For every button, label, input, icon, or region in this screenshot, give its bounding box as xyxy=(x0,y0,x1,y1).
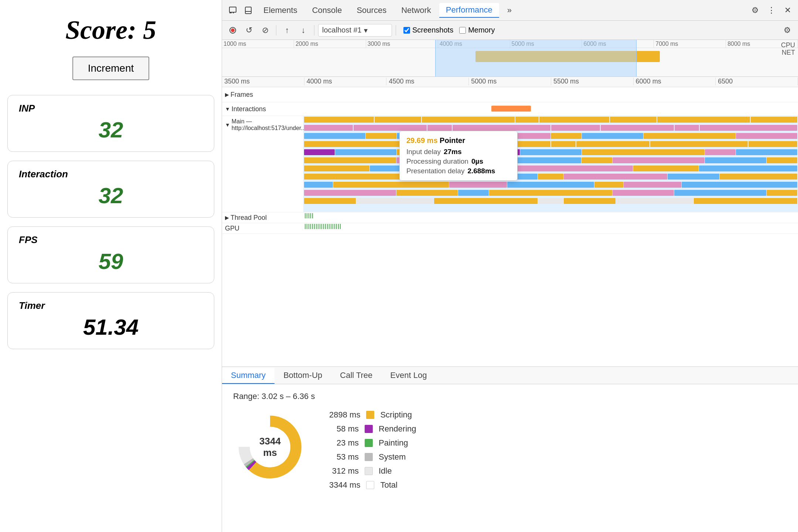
frames-label: ▶ Frames xyxy=(222,91,303,99)
overview-selection xyxy=(435,40,637,76)
close-icon[interactable]: ✕ xyxy=(781,4,794,17)
separator-2 xyxy=(314,25,314,35)
frames-chevron[interactable]: ▶ xyxy=(225,92,229,98)
fps-label: FPS xyxy=(19,234,203,246)
tab-sources[interactable]: Sources xyxy=(350,3,393,17)
clear-button[interactable]: ⊘ xyxy=(258,23,272,37)
settings-icon[interactable]: ⚙ xyxy=(748,4,762,17)
gpu-line-15 xyxy=(331,224,331,229)
thread-pool-content xyxy=(303,212,798,223)
tooltip-title: 29.69 ms Pointer xyxy=(406,136,511,145)
tick-1: 1000 ms xyxy=(222,40,294,48)
screenshots-group: Screenshots xyxy=(403,26,453,34)
inspect-icon[interactable] xyxy=(226,3,240,17)
download-button[interactable]: ↓ xyxy=(296,23,310,37)
timer-value: 51.34 xyxy=(19,314,203,340)
donut-svg xyxy=(233,410,307,484)
tooltip-presentation: Presentation delay 2.688ms xyxy=(406,167,511,175)
screenshots-checkbox[interactable] xyxy=(403,27,410,34)
gpu-label: GPU xyxy=(222,225,303,232)
score-value: 5 xyxy=(143,15,156,45)
frames-bar: // Generate frame segments inline xyxy=(303,87,798,95)
tab-console[interactable]: Console xyxy=(306,3,349,17)
tp-line-3 xyxy=(308,213,309,218)
devtools-panel: Elements Console Sources Network Perform… xyxy=(222,0,798,532)
interactions-label: ▼ Interactions xyxy=(222,105,303,113)
tab-bottom-up[interactable]: Bottom-Up xyxy=(274,368,331,384)
main-row-8 xyxy=(303,173,798,180)
capture-settings-icon[interactable]: ⚙ xyxy=(780,23,794,37)
timeline-tooltip: 29.69 ms Pointer Input delay 27ms Proces… xyxy=(399,131,518,181)
donut-chart: 3344 ms xyxy=(233,410,307,484)
interactions-content xyxy=(303,102,798,116)
upload-button[interactable]: ↑ xyxy=(280,23,294,37)
chevron-down-icon: ▾ xyxy=(364,26,368,35)
legend-total-color xyxy=(366,481,374,489)
main-chevron[interactable]: ▼ xyxy=(225,122,230,128)
inp-label: INP xyxy=(19,103,203,114)
legend-system: 53 ms System xyxy=(329,452,416,462)
tooltip-presentation-value: 2.688ms xyxy=(467,167,495,175)
main-row-9 xyxy=(303,181,798,188)
svg-rect-3 xyxy=(245,7,251,14)
legend-idle-color xyxy=(365,467,373,475)
gpu-line-11 xyxy=(323,224,324,229)
memory-group: Memory xyxy=(459,26,495,34)
legend-scripting-color xyxy=(366,411,374,419)
bottom-tab-bar: Summary Bottom-Up Call Tree Event Log xyxy=(222,366,798,384)
main-row-5 xyxy=(303,149,798,156)
tab-summary[interactable]: Summary xyxy=(222,368,274,384)
tab-network[interactable]: Network xyxy=(395,3,438,17)
reload-record-button[interactable]: ↺ xyxy=(242,23,256,37)
gpu-line-1 xyxy=(305,224,306,229)
main-row-2 xyxy=(303,124,798,132)
frames-content: // Generate frame segments inline xyxy=(303,87,798,102)
memory-checkbox[interactable] xyxy=(459,27,466,34)
thread-pool-chevron[interactable]: ▶ xyxy=(225,215,229,221)
gpu-line-19 xyxy=(338,224,339,229)
score-label: Score: xyxy=(65,15,136,45)
interaction-event-bar xyxy=(491,106,531,112)
legend-rendering-color xyxy=(365,425,373,433)
tooltip-presentation-label: Presentation delay xyxy=(406,167,464,175)
timeline-main[interactable]: 3500 ms 4000 ms 4500 ms 5000 ms 5500 ms … xyxy=(222,77,798,366)
legend-total: 3344 ms Total xyxy=(329,480,416,490)
interactions-chevron[interactable]: ▼ xyxy=(225,106,230,112)
legend-system-ms: 53 ms xyxy=(329,452,359,462)
tab-performance[interactable]: Performance xyxy=(439,3,499,18)
frames-track: ▶ Frames // Generate frame segments inli… xyxy=(222,87,798,102)
ruler-detail: 3500 ms 4000 ms 4500 ms 5000 ms 5500 ms … xyxy=(222,77,798,87)
summary-range: Range: 3.02 s – 6.36 s xyxy=(233,392,787,401)
increment-button[interactable]: Increment xyxy=(72,57,150,80)
gpu-line-16 xyxy=(332,224,333,229)
gpu-line-6 xyxy=(314,224,315,229)
legend-rendering: 58 ms Rendering xyxy=(329,424,416,434)
thread-pool-text: Thread Pool xyxy=(231,214,267,222)
device-icon[interactable] xyxy=(241,3,255,17)
gpu-lines xyxy=(303,223,798,230)
legend-painting-label: Painting xyxy=(379,438,408,448)
main-row-3 xyxy=(303,132,798,140)
frames-text: Frames xyxy=(231,91,253,99)
more-options-icon[interactable]: ⋮ xyxy=(765,4,778,17)
legend-scripting: 2898 ms Scripting xyxy=(329,410,416,420)
gpu-line-4 xyxy=(310,224,311,229)
tp-line-2 xyxy=(307,213,307,218)
gpu-line-14 xyxy=(329,224,330,229)
legend-painting-color xyxy=(365,439,373,447)
gpu-line-8 xyxy=(318,224,318,229)
tab-more[interactable]: » xyxy=(501,3,518,17)
tooltip-processing: Processing duration 0µs xyxy=(406,157,511,166)
tooltip-input-delay: Input delay 27ms xyxy=(406,148,511,156)
tab-call-tree[interactable]: Call Tree xyxy=(331,368,381,384)
tooltip-processing-label: Processing duration xyxy=(406,157,468,166)
donut-inner xyxy=(250,427,290,467)
legend-idle: 312 ms Idle xyxy=(329,466,416,476)
tab-elements[interactable]: Elements xyxy=(257,3,304,17)
tab-event-log[interactable]: Event Log xyxy=(381,368,436,384)
thread-pool-label: ▶ Thread Pool xyxy=(222,214,303,222)
timeline-overview[interactable]: 1000 ms 2000 ms 3000 ms 4000 ms 5000 ms … xyxy=(222,40,798,77)
record-button[interactable] xyxy=(226,23,240,37)
target-selector[interactable]: localhost #1 ▾ xyxy=(318,24,392,37)
separator-1 xyxy=(276,25,276,35)
